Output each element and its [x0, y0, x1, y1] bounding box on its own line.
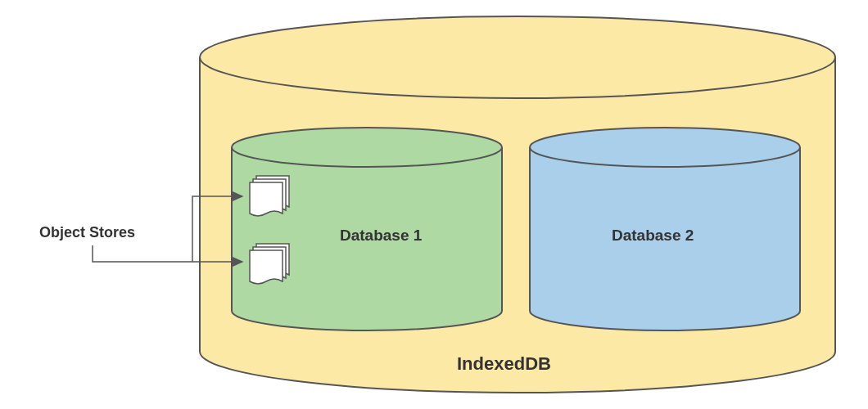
diagram-canvas	[0, 0, 868, 409]
indexeddb-title: IndexedDB	[457, 353, 551, 375]
svg-point-1	[232, 128, 502, 167]
database-1-label: Database 1	[340, 227, 422, 245]
svg-point-2	[530, 128, 800, 167]
svg-point-0	[200, 16, 835, 98]
object-stores-label: Object Stores	[39, 224, 135, 241]
database-2-label: Database 2	[612, 227, 694, 245]
